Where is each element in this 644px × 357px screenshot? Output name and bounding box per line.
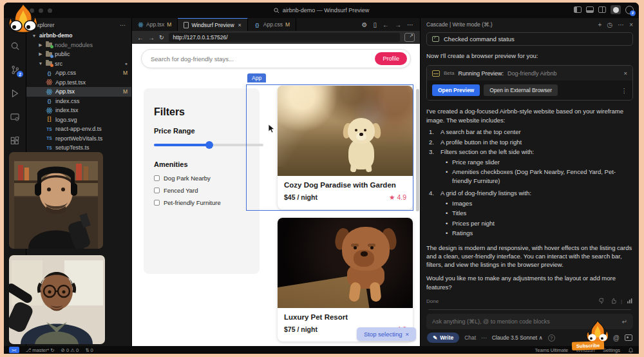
git-branch[interactable]: ⎇ master* ↻ bbox=[26, 347, 55, 353]
search-icon bbox=[274, 8, 279, 14]
tree-item-src[interactable]: ▼src ● bbox=[26, 59, 131, 69]
done-status: Done bbox=[426, 298, 439, 304]
terminal-check-icon bbox=[432, 36, 439, 42]
amenities-label: Amenities bbox=[154, 160, 249, 168]
stop-selecting-button[interactable]: Stop selecting× bbox=[357, 327, 416, 341]
tree-item-node-modules[interactable]: ▶node_modules bbox=[26, 41, 131, 50]
slider-thumb[interactable] bbox=[205, 141, 213, 149]
ts-icon: TS bbox=[46, 136, 53, 140]
price-range-label: Price Range bbox=[154, 127, 249, 135]
bell-icon[interactable] bbox=[628, 347, 634, 353]
settings-gear-icon[interactable]: ⚙ bbox=[362, 21, 368, 28]
history-icon[interactable]: ◷ bbox=[607, 21, 612, 28]
close-icon[interactable]: × bbox=[623, 70, 627, 77]
profile-button[interactable]: Profile bbox=[375, 52, 407, 65]
problems-indicator[interactable]: ⊘ 0 ⚠ 0 bbox=[61, 347, 79, 353]
extensions-icon[interactable] bbox=[9, 135, 21, 147]
preview-scrollbar[interactable] bbox=[416, 89, 419, 211]
tree-item-public[interactable]: ▶public bbox=[26, 50, 131, 59]
avatar[interactable] bbox=[611, 5, 621, 14]
remote-explorer-icon[interactable] bbox=[9, 111, 21, 123]
tree-item-index-css[interactable]: {}index.css bbox=[26, 97, 131, 106]
account-icon[interactable]: 2 bbox=[625, 6, 634, 14]
explorer-menu-icon[interactable]: ⋯ bbox=[120, 22, 126, 28]
remote-indicator[interactable]: >< bbox=[9, 347, 19, 353]
checkbox[interactable] bbox=[154, 188, 160, 193]
listing-photo-dog-garden bbox=[278, 86, 413, 176]
ts-icon: TS bbox=[46, 127, 53, 131]
more-icon[interactable]: ⋯ bbox=[618, 21, 624, 28]
open-external-icon[interactable] bbox=[404, 33, 415, 42]
close-tab-icon[interactable]: × bbox=[238, 22, 242, 28]
browser-preview: Profile App Filters Price Range Amenitie… bbox=[132, 44, 420, 346]
back-icon[interactable]: ← bbox=[383, 21, 389, 28]
checkbox[interactable] bbox=[154, 200, 160, 206]
tool-status-item[interactable]: Checked command status bbox=[426, 32, 633, 46]
listing-card-2[interactable]: Luxury Pet Resort $75 / night ★ 4.8 bbox=[278, 218, 413, 342]
close-icon[interactable]: × bbox=[406, 331, 410, 338]
price-range-slider[interactable] bbox=[154, 141, 256, 149]
model-selector[interactable]: Claude 3.5 Sonnet ∧ bbox=[492, 334, 543, 341]
tree-item-app-test-tsx[interactable]: App.test.tsx bbox=[26, 78, 131, 88]
tree-item-report-web-vitals[interactable]: TSreportWebVitals.ts bbox=[26, 134, 131, 144]
source-control-icon[interactable]: 2 bbox=[9, 64, 21, 75]
editor-group: App.tsxM Windsurf Preview × {} App.cssM … bbox=[131, 18, 420, 346]
site-search-input[interactable] bbox=[151, 55, 375, 63]
browser-forward-icon[interactable]: → bbox=[148, 34, 155, 41]
checkbox-pet-furniture[interactable]: Pet-friendly Furniture bbox=[154, 199, 249, 206]
assistant-message: I've created a dog-focused Airbnb-style … bbox=[426, 107, 633, 291]
more-actions-icon[interactable]: ⋯ bbox=[407, 21, 413, 28]
search-icon[interactable] bbox=[9, 40, 21, 52]
layout-icon[interactable] bbox=[598, 6, 606, 13]
run-debug-icon[interactable] bbox=[9, 88, 21, 99]
status-teams-ultimate[interactable]: Teams Ultimate bbox=[535, 347, 569, 353]
mode-more-icon[interactable]: ⋯ bbox=[481, 334, 487, 341]
open-preview-button[interactable]: Open Preview bbox=[432, 84, 480, 96]
site-search-bar[interactable]: Profile bbox=[141, 49, 411, 68]
close-panel-icon[interactable]: × bbox=[629, 21, 633, 28]
checkbox[interactable] bbox=[154, 175, 160, 181]
tree-item-index-tsx[interactable]: index.tsx bbox=[26, 106, 131, 115]
window-title-area: airbnb-demo — Windsurf Preview bbox=[274, 7, 370, 14]
split-editor-icon[interactable]: ▯ bbox=[373, 21, 377, 28]
kebab-menu-icon[interactable]: ⋮ bbox=[621, 87, 628, 94]
checkbox-fenced-yard[interactable]: Fenced Yard bbox=[154, 187, 249, 194]
react-test-icon bbox=[46, 79, 53, 86]
toggle-panel-icon[interactable] bbox=[586, 6, 594, 13]
mouse-cursor bbox=[268, 124, 275, 133]
assistant-text: Now I'll create a browser preview for yo… bbox=[426, 52, 633, 60]
tree-item-logo-svg[interactable]: ⁅⁆logo.svg bbox=[26, 115, 131, 125]
help-icon[interactable]: ? bbox=[548, 334, 555, 342]
toggle-sidebar-icon[interactable] bbox=[574, 6, 582, 13]
thumbs-down-icon[interactable] bbox=[599, 298, 605, 304]
tab-app-css[interactable]: {} App.cssM bbox=[248, 18, 296, 31]
stats-icon[interactable] bbox=[627, 298, 633, 304]
windsurf-window: airbnb-demo — Windsurf Preview 2 2 bbox=[4, 3, 639, 354]
image-attach-icon[interactable] bbox=[625, 334, 632, 341]
new-chat-icon[interactable]: + bbox=[598, 21, 602, 28]
tree-item-setup-tests[interactable]: TSsetupTests.ts bbox=[26, 143, 131, 153]
cascade-panel: Cascade | Write mode (⌘.) + ◷ ⋯ × Checke… bbox=[420, 18, 639, 346]
open-external-browser-button[interactable]: Open in External Browser bbox=[484, 84, 558, 96]
server-icon bbox=[432, 70, 440, 77]
tree-item-react-app-env[interactable]: TSreact-app-env.d.ts bbox=[26, 124, 131, 134]
thumbs-up-icon[interactable] bbox=[610, 298, 616, 304]
tree-item-app-tsx[interactable]: App.tsxM bbox=[26, 87, 131, 97]
mode-chat-toggle[interactable]: Chat bbox=[464, 334, 476, 341]
filters-title: Filters bbox=[154, 106, 249, 118]
tab-app-tsx[interactable]: App.tsxM bbox=[132, 18, 178, 31]
browser-refresh-icon[interactable]: ↻ bbox=[159, 34, 164, 41]
mention-icon[interactable]: @ bbox=[613, 334, 620, 342]
tree-root[interactable]: ▼airbnb-demo bbox=[26, 31, 131, 41]
checkbox-dog-park[interactable]: Dog Park Nearby bbox=[154, 175, 249, 182]
subscribe-badge[interactable]: Subscribe bbox=[572, 341, 605, 351]
browser-back-icon[interactable]: ← bbox=[137, 34, 144, 41]
url-input[interactable]: http://127.0.0.1:57526/ bbox=[169, 33, 400, 42]
tree-item-app-css[interactable]: {}App.cssM bbox=[26, 68, 131, 78]
ports-indicator[interactable]: ⇅ 0 bbox=[85, 347, 93, 353]
status-settings[interactable]: Settings bbox=[603, 347, 620, 353]
forward-icon[interactable]: → bbox=[395, 21, 401, 28]
listing-card-1[interactable]: Cozy Dog Paradise with Garden $45 / nigh… bbox=[278, 86, 413, 209]
tab-windsurf-preview[interactable]: Windsurf Preview × bbox=[178, 18, 247, 31]
mode-write-toggle[interactable]: ✎Write bbox=[427, 333, 459, 343]
